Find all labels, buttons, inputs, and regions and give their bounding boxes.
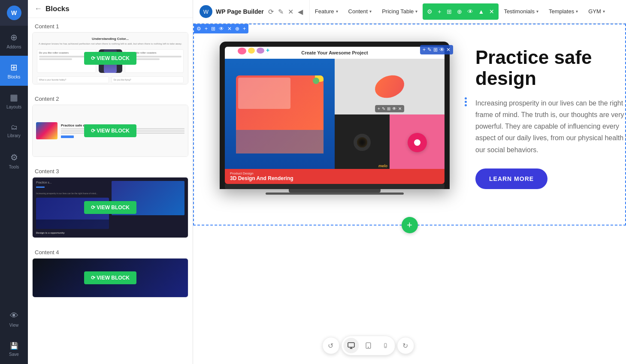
content1-preview: Understanding Color... A designer knows … xyxy=(33,33,188,84)
toolbar-plus-icon[interactable]: + xyxy=(436,7,443,16)
inner-edit-icon[interactable]: ✎ xyxy=(382,106,385,111)
view-icon: 👁 xyxy=(10,311,18,321)
active-section-toolbar: ⚙ + ⊞ ⊕ 👁 ▲ ✕ xyxy=(423,3,499,20)
desktop-view-button[interactable] xyxy=(343,338,359,353)
svg-rect-0 xyxy=(348,343,354,347)
close-icon[interactable]: ✕ xyxy=(288,8,293,16)
inner-add-icon[interactable]: + xyxy=(378,106,380,111)
add-block-button[interactable]: + xyxy=(402,217,418,233)
mobile-view-button[interactable] xyxy=(378,338,393,353)
toolbar-delete-icon[interactable]: ✕ xyxy=(487,7,496,16)
content4-section-title: Content 4 xyxy=(32,244,188,258)
ship-illustration xyxy=(225,59,335,170)
toolbar-up-icon[interactable]: ▲ xyxy=(477,7,486,16)
content3-view-block-btn[interactable]: ⟳ VIEW BLOCK xyxy=(84,201,136,214)
sidebar-item-blocks[interactable]: ⊞ Blocks xyxy=(0,56,28,86)
collapse-icon[interactable]: ◀ xyxy=(298,8,303,16)
testimonials-chevron: ▾ xyxy=(536,9,538,14)
tablet-view-button[interactable] xyxy=(360,338,376,353)
col-copy-icon[interactable]: ⊞ xyxy=(433,47,438,53)
dot-3 xyxy=(465,104,467,106)
sidebar-item-save[interactable]: 💾 Save xyxy=(0,334,28,364)
content4-view-block-btn[interactable]: ⟳ VIEW BLOCK xyxy=(84,271,136,284)
app-title-area: W WP Page Builder xyxy=(200,5,264,18)
col-edit-icon[interactable]: ✎ xyxy=(427,47,432,53)
content-section: + ✎ ⊞ 👁 ✕ xyxy=(194,24,625,212)
block-delete-icon[interactable]: ✕ xyxy=(227,25,233,33)
laptop-right-bottom-left: melo xyxy=(335,114,390,170)
nav-item-testimonials[interactable]: Testimonials ▾ xyxy=(499,0,544,23)
preview-card-4: Do you like flying? xyxy=(112,76,184,83)
toolbar-eye-icon[interactable]: 👁 xyxy=(466,7,475,16)
block-grid-icon[interactable]: ⊕ xyxy=(234,25,240,33)
refresh-icon[interactable]: ⟳ xyxy=(268,8,274,16)
block-plus2-icon[interactable]: + xyxy=(242,25,247,33)
laptop-grid: + ✎ ⊞ 👁 ✕ xyxy=(225,59,445,170)
nav-item-pricing[interactable]: Pricing Table ▾ xyxy=(377,0,423,23)
preview-card-3: What is your favorite hobby? xyxy=(37,76,109,83)
product-label: Product Design xyxy=(230,171,439,175)
app-logo: W xyxy=(7,6,21,20)
edit-icon[interactable]: ✎ xyxy=(278,8,284,16)
content3-label1: Practice s... xyxy=(36,181,109,184)
laptop-top-bar: + Create Your Awesome Project xyxy=(225,47,445,59)
blocks-icon: ⊞ xyxy=(10,62,18,72)
addons-icon: ⊕ xyxy=(10,32,18,42)
content3-block-item[interactable]: Practice s... Increasing prosperity in o… xyxy=(32,177,188,238)
content1-view-block-btn[interactable]: ⟳ VIEW BLOCK xyxy=(84,52,136,65)
block-add-icon[interactable]: + xyxy=(204,25,209,33)
content4-preview: Content 4 Preview ⟳ VIEW BLOCK xyxy=(33,259,188,297)
content2-block-item[interactable]: Practice safe design ⟳ VIEW BLOCK xyxy=(32,105,188,157)
save-icon: 💾 xyxy=(10,342,18,350)
nav-item-feature[interactable]: Feature ▾ xyxy=(310,0,343,23)
three-dots xyxy=(465,97,467,106)
tools-icon: ⚙ xyxy=(10,152,18,162)
content-body-wrapper: Increasing prosperity in our lives can b… xyxy=(475,97,626,156)
sidebar-item-layouts[interactable]: ▦ Layouts xyxy=(0,86,28,116)
redo-button[interactable]: ↻ xyxy=(397,337,414,354)
col-eye-icon[interactable]: 👁 xyxy=(439,47,445,53)
nav-menu: Feature ▾ Content ▾ Pricing Table ▾ ⚙ + … xyxy=(310,0,626,23)
inner-eye-icon[interactable]: 👁 xyxy=(392,106,396,111)
back-arrow-icon[interactable]: ← xyxy=(34,4,42,13)
content2-view-block-btn[interactable]: ⟳ VIEW BLOCK xyxy=(84,124,136,137)
toolbar-settings-icon[interactable]: ⚙ xyxy=(425,7,434,16)
sidebar-item-view[interactable]: 👁 View xyxy=(0,304,28,334)
col-delete-icon[interactable]: ✕ xyxy=(446,47,451,53)
product-title: 3D Design And Rendering xyxy=(230,175,439,181)
library-icon: 🗂 xyxy=(11,123,18,131)
inner-copy-icon[interactable]: ⊞ xyxy=(387,106,390,111)
sidebar-item-tools[interactable]: ⚙ Tools xyxy=(0,146,28,176)
sidebar-item-library[interactable]: 🗂 Library xyxy=(0,116,28,146)
sidebar-item-addons[interactable]: ⊕ Addons xyxy=(0,26,28,56)
content1-section-title: Content 1 xyxy=(32,18,188,32)
view-mode-group xyxy=(341,336,395,355)
top-nav: W WP Page Builder ⟳ ✎ ✕ ◀ Feature ▾ Cont… xyxy=(193,0,626,24)
laptop-right-bottom: melo xyxy=(335,114,445,170)
laptop-stand xyxy=(289,189,381,193)
templates-chevron: ▾ xyxy=(576,9,578,14)
toolbar-copy-icon[interactable]: ⊞ xyxy=(445,7,454,16)
laptop-side: + ✎ ⊞ 👁 ✕ xyxy=(220,42,450,195)
col-add-icon[interactable]: + xyxy=(423,47,426,53)
laptop-right-bottom-right xyxy=(390,114,445,170)
nav-item-gym[interactable]: GYM ▾ xyxy=(583,0,610,23)
blocks-list: Content 1 Understanding Color... A desig… xyxy=(28,18,193,364)
toolbar-grid-icon[interactable]: ⊕ xyxy=(455,7,464,16)
content-chevron: ▾ xyxy=(369,9,372,14)
nav-item-templates[interactable]: Templates ▾ xyxy=(544,0,583,23)
content4-block-item[interactable]: Content 4 Preview ⟳ VIEW BLOCK xyxy=(32,258,188,298)
column-toolbar: + ✎ ⊞ 👁 ✕ xyxy=(420,45,453,54)
laptop-base xyxy=(225,184,445,189)
nav-item-content[interactable]: Content ▾ xyxy=(343,0,377,23)
content1-block-item[interactable]: Understanding Color... A designer knows … xyxy=(32,32,188,84)
block-eye-icon[interactable]: 👁 xyxy=(218,25,225,33)
block-copy-icon[interactable]: ⊞ xyxy=(210,25,216,33)
svg-point-4 xyxy=(368,347,368,347)
learn-more-button[interactable]: LEARN MORE xyxy=(475,168,547,189)
block-settings-icon[interactable]: ⚙ xyxy=(196,25,202,33)
inner-delete2-icon[interactable]: ✕ xyxy=(398,106,402,111)
svg-point-6 xyxy=(385,347,385,347)
undo-button[interactable]: ↺ xyxy=(322,337,339,354)
sidebar-label-layouts: Layouts xyxy=(6,105,21,109)
